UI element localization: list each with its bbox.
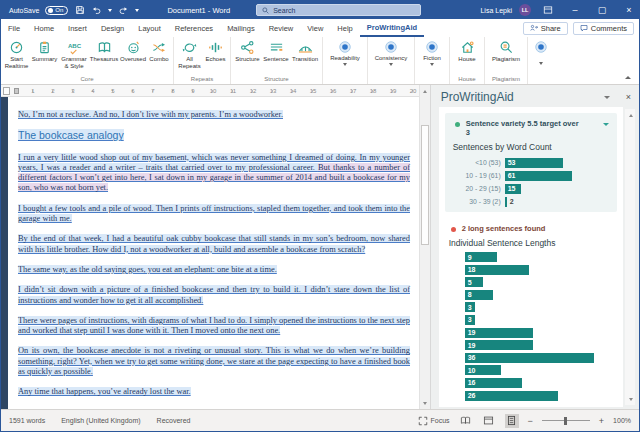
tab-home[interactable]: Home [27, 19, 61, 37]
search-box[interactable]: Search [256, 4, 421, 16]
word-count-bar-row[interactable]: 20 - 29 (15)15 [453, 182, 609, 195]
thesaurus-button[interactable]: Thesaurus [89, 38, 119, 75]
undo-icon[interactable] [91, 5, 102, 16]
readability-button[interactable]: Readability [325, 38, 365, 75]
panel-scroll-down-icon[interactable] [626, 394, 636, 404]
panel-scroll-up-icon[interactable] [626, 110, 636, 120]
sentence-length-bar-row[interactable]: 18 [465, 265, 613, 275]
sentence-length-bar-row[interactable]: 16 [465, 378, 613, 388]
word-count-chart: <10 (53)5310 - 19 (61)6120 - 29 (15)1530… [453, 156, 609, 208]
tab-file[interactable]: File [1, 19, 27, 37]
tab-insert[interactable]: Insert [61, 19, 94, 37]
sentence-length-bar-row[interactable]: 36 [465, 353, 613, 363]
grammar-style-button[interactable]: ABC Grammar & Style [59, 38, 89, 75]
more-addin-button[interactable] [530, 38, 552, 75]
document-scrollbar[interactable] [419, 85, 430, 409]
zoom-slider-thumb[interactable] [564, 417, 567, 425]
word-count-bar-row[interactable]: 30 - 39 (2)2 [453, 195, 609, 208]
addin-circle-icon [534, 40, 548, 54]
transition-button[interactable]: Transition [290, 38, 320, 75]
autosave-toggle[interactable]: On [45, 6, 68, 15]
panel-dropdown-icon[interactable] [604, 96, 610, 99]
minimize-button[interactable]: – [565, 1, 585, 19]
word-count[interactable]: 1591 words [9, 417, 45, 424]
sentence-length-bar-row[interactable]: 9 [465, 252, 613, 262]
save-icon[interactable] [74, 5, 85, 16]
share-label: Share [541, 24, 561, 33]
card-dropdown-icon[interactable] [603, 123, 609, 126]
ruler-number: 6 [123, 85, 143, 97]
panel-scrollbar[interactable] [625, 109, 635, 405]
start-realtime-button[interactable]: Start Realtime [3, 38, 30, 75]
thesaurus-label: Thesaurus [90, 56, 118, 63]
indent-marker[interactable] [14, 88, 19, 94]
consistency-button[interactable]: Consistency [370, 38, 412, 75]
document-heading: The bookcase analogy [18, 130, 410, 142]
scrollbar-thumb[interactable] [421, 125, 429, 245]
scroll-down-icon[interactable] [420, 398, 430, 408]
bar: 3 [465, 315, 476, 325]
tab-help[interactable]: Help [330, 19, 359, 37]
web-layout-icon[interactable] [482, 414, 496, 428]
summary-button[interactable]: Summary [30, 38, 59, 75]
sentence-length-bar-row[interactable]: 3 [465, 302, 613, 312]
close-button[interactable]: × [619, 1, 639, 19]
comments-button[interactable]: Comments [573, 22, 634, 35]
read-mode-icon[interactable] [459, 414, 473, 428]
tab-view[interactable]: View [300, 19, 330, 37]
collapse-ribbon-icon[interactable] [625, 76, 631, 79]
sentence-length-bar-row[interactable]: 10 [465, 365, 613, 375]
language-status[interactable]: English (United Kingdom) [61, 417, 140, 424]
avatar[interactable]: LL [519, 4, 531, 16]
zoom-slider[interactable] [542, 420, 590, 421]
echoes-button[interactable]: Echoes [203, 38, 228, 75]
redo-icon[interactable] [118, 5, 129, 16]
tab-review[interactable]: Review [262, 19, 301, 37]
print-layout-icon[interactable] [505, 414, 519, 428]
sentence-length-bar-row[interactable]: 19 [465, 340, 613, 350]
document-body[interactable]: No, I’m not a recluse. And no, I don’t l… [18, 110, 410, 398]
ruler[interactable]: 1234567891011121314151617181920 [1, 85, 420, 97]
quick-access-dropdown-icon[interactable] [135, 9, 139, 12]
sentence-length-bar-row[interactable]: 3 [465, 315, 613, 325]
tab-prowritingaid[interactable]: ProWritingAid [360, 19, 424, 37]
share-button[interactable]: Share [523, 22, 568, 35]
tab-references[interactable]: References [168, 19, 220, 37]
document-page[interactable]: No, I’m not a recluse. And no, I don’t l… [8, 97, 419, 409]
scroll-up-icon[interactable] [420, 86, 430, 96]
zoom-in-button[interactable]: + [599, 416, 604, 426]
zoom-level[interactable]: 100% [613, 417, 631, 424]
sentence-length-bar-row[interactable]: 26 [465, 391, 613, 401]
plagiarism-button[interactable]: Plagiarism [487, 38, 525, 75]
maximize-button[interactable]: ▢ [592, 1, 612, 19]
ribbon-group-core: Start Realtime Summary ABC Grammar & Sty… [1, 37, 174, 84]
all-repeats-button[interactable]: All Repeats [176, 38, 203, 75]
addin-circle-icon [384, 40, 398, 54]
group-label-house: House [452, 75, 482, 84]
all-repeats-label: All Repeats [178, 56, 200, 69]
word-count-bar-row[interactable]: <10 (53)53 [453, 156, 609, 169]
combo-button[interactable]: Combo [147, 38, 171, 75]
ribbon-display-options-icon[interactable] [538, 1, 558, 19]
group-label-structure: Structure [233, 75, 320, 84]
tab-design[interactable]: Design [94, 19, 131, 37]
tab-layout[interactable]: Layout [131, 19, 168, 37]
tab-mailings[interactable]: Mailings [220, 19, 262, 37]
recovered-status[interactable]: Recovered [157, 417, 191, 424]
sentence-button[interactable]: Sentence [262, 38, 290, 75]
tab-selector-icon[interactable] [3, 87, 10, 95]
focus-button[interactable]: Focus [418, 416, 450, 426]
word-count-bar-row[interactable]: 10 - 19 (61)61 [453, 169, 609, 182]
user-name[interactable]: Lisa Lepki [480, 7, 512, 14]
zoom-out-button[interactable]: − [528, 416, 533, 426]
overused-button[interactable]: Overused [119, 38, 147, 75]
undo-dropdown-icon[interactable] [108, 9, 112, 12]
house-button[interactable]: House [452, 38, 482, 75]
sentence-length-bar-row[interactable]: 8 [465, 290, 613, 300]
sentence-length-bar-row[interactable]: 19 [465, 328, 613, 338]
sentence-length-bar-row[interactable]: 5 [465, 277, 613, 287]
panel-close-icon[interactable]: × [626, 92, 631, 102]
fiction-button[interactable]: Fiction [417, 38, 447, 75]
structure-button[interactable]: Structure [233, 38, 262, 75]
consistency-label: Consistency [375, 55, 408, 62]
